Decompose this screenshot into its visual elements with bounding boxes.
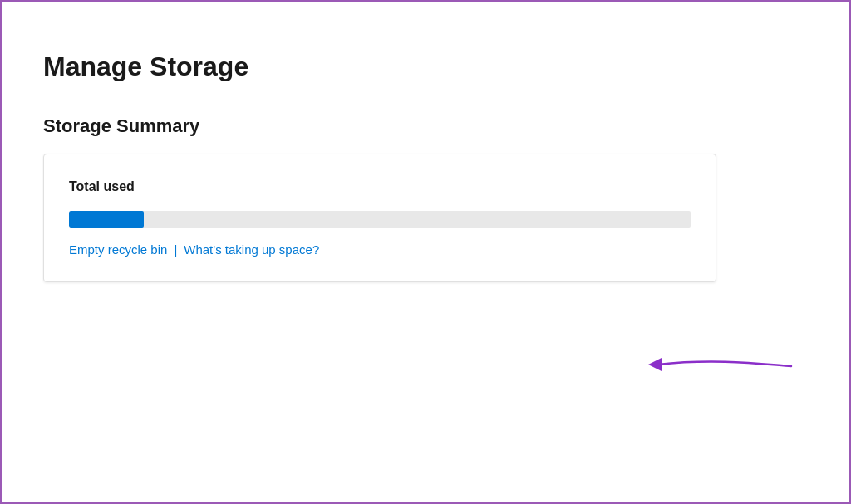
progress-bar-container bbox=[69, 211, 691, 228]
page-title: Manage Storage bbox=[43, 51, 716, 82]
storage-card: Total used Empty recycle bin | What's ta… bbox=[43, 154, 716, 282]
arrow-annotation bbox=[633, 333, 799, 403]
total-used-label: Total used bbox=[69, 179, 691, 194]
link-separator: | bbox=[174, 242, 177, 257]
storage-links: Empty recycle bin | What's taking up spa… bbox=[69, 242, 691, 257]
whats-taking-space-link[interactable]: What's taking up space? bbox=[184, 242, 319, 257]
section-title: Storage Summary bbox=[43, 115, 716, 137]
progress-bar-fill bbox=[69, 211, 144, 228]
svg-marker-0 bbox=[648, 358, 662, 371]
page-container: Manage Storage Storage Summary Total use… bbox=[2, 2, 750, 316]
empty-recycle-bin-link[interactable]: Empty recycle bin bbox=[69, 242, 167, 257]
